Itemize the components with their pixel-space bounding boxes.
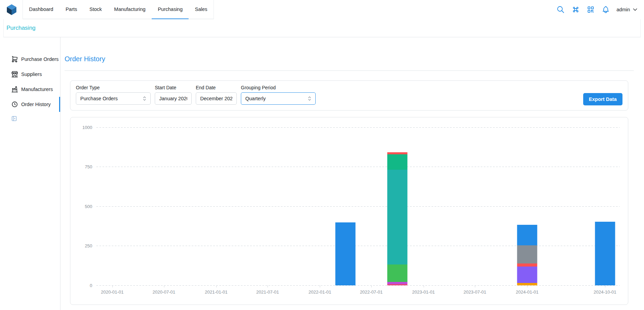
x-axis-tick-mark (164, 285, 164, 287)
order-history-chart: 025050075010002020-01-012020-07-012021-0… (96, 126, 620, 285)
grouping-period-field: Grouping Period Quarterly (241, 85, 316, 105)
x-axis-tick-mark (475, 285, 475, 287)
tab-label: Parts (66, 7, 77, 12)
order-type-select[interactable]: Purchase Orders (76, 92, 151, 105)
x-axis-tick-mark (605, 285, 605, 287)
sidebar-item-label: Purchase Orders (21, 56, 59, 62)
bar-segment-yellow (517, 283, 537, 285)
tab-label: Stock (90, 7, 102, 12)
breadcrumb-title[interactable]: Purchasing (6, 25, 36, 31)
x-axis-tick-label: 2023-07-01 (464, 289, 487, 295)
grouping-period-value: Quarterly (245, 96, 266, 101)
stacked-bar-2022-10-01[interactable] (387, 152, 408, 285)
y-axis-tick-label: 250 (85, 243, 92, 248)
sidebar-item-suppliers[interactable]: Suppliers (0, 67, 60, 82)
chart-card: 025050075010002020-01-012020-07-012021-0… (70, 117, 628, 305)
bell-icon[interactable] (602, 5, 610, 14)
history-icon (11, 101, 18, 108)
tab-dashboard[interactable]: Dashboard (23, 0, 59, 19)
order-type-field: Order Type Purchase Orders (76, 85, 151, 105)
start-date-input[interactable] (155, 92, 192, 105)
bar-segment-red (517, 263, 537, 267)
stacked-bar-2022-04-01[interactable] (335, 222, 356, 285)
factory-icon (11, 86, 18, 93)
gridline (96, 206, 620, 207)
search-icon[interactable] (557, 5, 565, 14)
section-divider (65, 70, 634, 71)
bar-segment-seagreen (387, 154, 408, 170)
x-axis-tick-mark (527, 285, 527, 287)
sidebar-item-label: Order History (21, 102, 51, 107)
building-store-icon (11, 70, 18, 78)
x-axis-tick-mark (424, 285, 424, 287)
sidebar: Purchase OrdersSuppliersManufacturersOrd… (0, 37, 60, 310)
x-axis-tick-label: 2022-07-01 (360, 289, 383, 295)
tab-stock[interactable]: Stock (83, 0, 108, 19)
sidebar-item-purchase-orders[interactable]: Purchase Orders (0, 52, 60, 67)
bar-segment-blue (595, 222, 615, 285)
order-type-label: Order Type (76, 85, 151, 90)
tab-label: Manufacturing (114, 7, 146, 12)
x-axis-tick-mark (216, 285, 217, 287)
grouping-period-select[interactable]: Quarterly (241, 92, 316, 105)
page-title: Order History (65, 37, 634, 63)
order-type-value: Purchase Orders (80, 96, 118, 101)
bar-segment-green (387, 264, 408, 282)
tab-parts[interactable]: Parts (59, 0, 83, 19)
start-date-field: Start Date (155, 85, 192, 105)
bar-segment-violet (517, 267, 537, 283)
x-axis-tick-label: 2024-01-01 (516, 289, 539, 295)
y-axis-tick-label: 1000 (82, 125, 92, 130)
sidebar-item-label: Suppliers (21, 72, 42, 77)
start-date-label: Start Date (155, 85, 192, 90)
top-navbar: DashboardPartsStockManufacturingPurchasi… (0, 0, 644, 19)
x-axis-tick-mark (320, 285, 320, 287)
sidebar-collapse-icon[interactable] (11, 115, 17, 122)
x-axis-tick-mark (371, 285, 372, 287)
inventree-logo[interactable] (5, 3, 18, 16)
sidebar-items: Purchase OrdersSuppliersManufacturersOrd… (0, 52, 60, 112)
sidebar-item-label: Manufacturers (21, 87, 53, 92)
y-axis-tick-label: 750 (85, 164, 92, 169)
bar-segment-blue (335, 222, 356, 285)
tab-label: Dashboard (29, 7, 53, 12)
gridline (96, 167, 620, 167)
x-axis-tick-label: 2024-10-01 (594, 289, 617, 295)
navbar-actions: admin (557, 0, 639, 19)
x-axis-tick-label: 2022-01-01 (309, 289, 331, 295)
shopping-cart-icon (11, 55, 18, 63)
main-layout: Purchase OrdersSuppliersManufacturersOrd… (0, 37, 644, 310)
tab-manufacturing[interactable]: Manufacturing (108, 0, 152, 19)
export-data-button[interactable]: Export Data (583, 93, 622, 105)
x-axis-tick-label: 2020-01-01 (101, 289, 124, 295)
username: admin (617, 7, 630, 12)
chevron-down-icon (632, 6, 639, 13)
gridline (96, 285, 620, 286)
breadcrumb: Purchasing (3, 19, 641, 37)
stacked-bar-2024-01-01[interactable] (517, 225, 537, 285)
tab-label: Purchasing (158, 7, 183, 12)
bar-segment-blue (517, 225, 537, 246)
end-date-label: End Date (196, 85, 237, 90)
end-date-input[interactable] (196, 92, 237, 105)
selector-icon (141, 95, 148, 102)
selector-icon (306, 95, 313, 102)
grouping-period-label: Grouping Period (241, 85, 316, 90)
x-axis-tick-label: 2021-07-01 (256, 289, 279, 295)
x-axis-tick-label: 2020-07-01 (153, 289, 176, 295)
sidebar-item-manufacturers[interactable]: Manufacturers (0, 82, 60, 97)
user-menu[interactable]: admin (617, 6, 639, 13)
sidebar-item-order-history[interactable]: Order History (0, 97, 60, 112)
x-axis-tick-mark (112, 285, 113, 287)
command-icon[interactable] (572, 5, 580, 14)
bar-segment-teal (387, 170, 408, 264)
stacked-bar-2024-10-01[interactable] (595, 222, 615, 285)
y-axis-tick-label: 500 (85, 204, 92, 209)
filter-panel: Order Type Purchase Orders Start Date En… (70, 80, 628, 111)
tab-sales[interactable]: Sales (189, 0, 213, 19)
tab-label: Sales (195, 7, 207, 12)
qr-scan-icon[interactable] (587, 5, 595, 14)
end-date-field: End Date (196, 85, 237, 105)
tab-purchasing[interactable]: Purchasing (152, 0, 189, 19)
x-axis-tick-label: 2023-01-01 (412, 289, 435, 295)
